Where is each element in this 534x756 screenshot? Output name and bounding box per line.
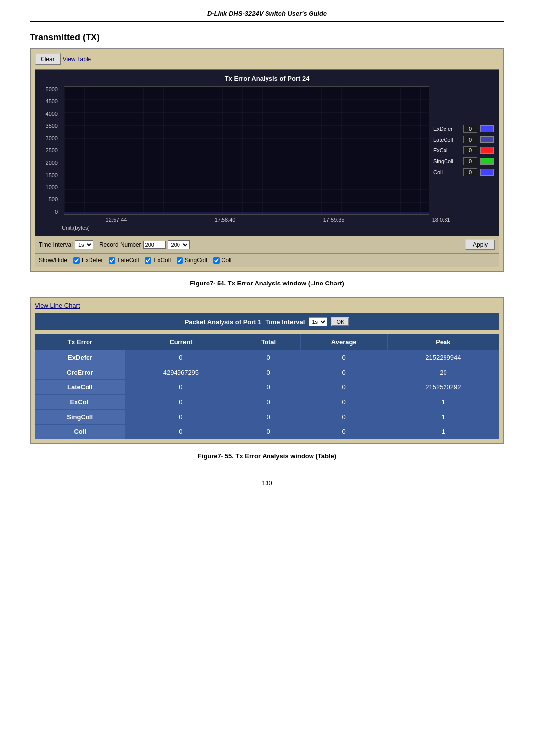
chart-toolbar: Clear View Table — [35, 53, 499, 65]
legend-exdefer: ExDefer 0 — [433, 125, 494, 133]
cell-label: CrcError — [35, 365, 125, 380]
cell-total: 0 — [237, 350, 300, 365]
cell-label: ExDefer — [35, 350, 125, 365]
cell-peak: 2152520292 — [387, 380, 499, 395]
packet-header-title: Packet Analysis of Port 1 — [185, 318, 262, 326]
time-interval-label: Time Interval — [39, 241, 73, 248]
show-hide-controls: Show/Hide ExDefer LateColl ExColl SingCo… — [35, 253, 499, 267]
table-row: ExDefer 0 0 0 2152299944 — [35, 350, 499, 365]
table-time-select[interactable]: 1s — [309, 317, 327, 326]
chart-title: Tx Error Analysis of Port 24 — [40, 75, 494, 82]
chart-body: 5000 4500 4000 3500 3000 2500 2000 1500 … — [40, 86, 494, 215]
chart-window: Clear View Table Tx Error Analysis of Po… — [30, 48, 504, 272]
cell-average: 0 — [300, 380, 387, 395]
table-row: SingColl 0 0 0 1 — [35, 410, 499, 425]
record-number-input[interactable] — [143, 241, 166, 249]
chart-unit: Unit:(bytes) — [40, 225, 494, 231]
chart-yaxis: 5000 4500 4000 3500 3000 2500 2000 1500 … — [40, 86, 60, 215]
singcoll-checkbox[interactable] — [177, 257, 183, 264]
latecoll-label: LateColl — [117, 257, 139, 264]
cell-average: 0 — [300, 395, 387, 410]
cell-current: 0 — [125, 425, 237, 439]
col-total: Total — [237, 334, 300, 350]
figure2-caption: Figure7- 55. Tx Error Analysis window (T… — [30, 452, 504, 460]
cell-current: 0 — [125, 410, 237, 425]
chart-plot — [64, 86, 429, 215]
packet-table-header: Packet Analysis of Port 1 Time Interval … — [35, 313, 499, 330]
coll-label: Coll — [222, 257, 232, 264]
data-table: Tx Error Current Total Average Peak ExDe… — [35, 334, 499, 439]
singcoll-checkbox-group: SingColl — [177, 257, 207, 264]
chart-svg — [64, 87, 429, 214]
singcoll-label: SingColl — [185, 257, 207, 264]
cell-current: 0 — [125, 350, 237, 365]
table-row: ExColl 0 0 0 1 — [35, 395, 499, 410]
cell-average: 0 — [300, 350, 387, 365]
exdefer-checkbox-group: ExDefer — [73, 257, 103, 264]
table-window: View Line Chart Packet Analysis of Port … — [30, 297, 504, 444]
latecoll-checkbox[interactable] — [109, 257, 115, 264]
apply-button[interactable]: Apply — [465, 239, 495, 250]
cell-average: 0 — [300, 410, 387, 425]
record-number-label: Record Number — [99, 241, 141, 248]
section-title: Transmitted (TX) — [30, 32, 504, 43]
show-hide-label: Show/Hide — [39, 257, 67, 264]
chart-area: Tx Error Analysis of Port 24 5000 4500 4… — [35, 69, 499, 236]
legend-coll: Coll 0 — [433, 168, 494, 176]
col-current: Current — [125, 334, 237, 350]
cell-total: 0 — [237, 395, 300, 410]
latecoll-checkbox-group: LateColl — [109, 257, 139, 264]
chart-legend: ExDefer 0 LateColl 0 ExColl 0 SingColl 0 — [433, 86, 494, 215]
time-interval-text: Time Interval — [265, 318, 305, 326]
cell-total: 0 — [237, 410, 300, 425]
table-row: CrcError 4294967295 0 0 20 — [35, 365, 499, 380]
excoll-checkbox[interactable] — [145, 257, 151, 264]
exdefer-checkbox[interactable] — [73, 257, 80, 264]
excoll-label: ExColl — [153, 257, 171, 264]
legend-excoll: ExColl 0 — [433, 146, 494, 154]
cell-total: 0 — [237, 365, 300, 380]
cell-label: SingColl — [35, 410, 125, 425]
ok-button[interactable]: OK — [331, 317, 349, 326]
clear-button[interactable]: Clear — [35, 53, 61, 65]
chart-controls: Time Interval 1s Record Number 200 Apply — [35, 236, 499, 253]
excoll-checkbox-group: ExColl — [145, 257, 171, 264]
cell-label: Coll — [35, 425, 125, 439]
figure1-caption: Figure7- 54. Tx Error Analysis window (L… — [30, 280, 504, 287]
cell-current: 4294967295 — [125, 365, 237, 380]
svg-rect-0 — [64, 87, 429, 214]
cell-peak: 20 — [387, 365, 499, 380]
cell-peak: 1 — [387, 395, 499, 410]
col-peak: Peak — [387, 334, 499, 350]
exdefer-label: ExDefer — [82, 257, 103, 264]
cell-total: 0 — [237, 425, 300, 439]
coll-checkbox-group: Coll — [213, 257, 232, 264]
cell-peak: 2152299944 — [387, 350, 499, 365]
time-interval-group: Time Interval 1s — [39, 240, 93, 249]
cell-current: 0 — [125, 395, 237, 410]
record-number-select[interactable]: 200 — [168, 240, 190, 249]
cell-total: 0 — [237, 380, 300, 395]
table-row: LateColl 0 0 0 2152520292 — [35, 380, 499, 395]
col-tx-error: Tx Error — [35, 334, 125, 350]
legend-singcoll: SingColl 0 — [433, 157, 494, 165]
page-number: 130 — [30, 479, 504, 487]
col-average: Average — [300, 334, 387, 350]
chart-xaxis: 12:57:44 17:58:40 17:59:35 18:0:31 — [40, 217, 494, 223]
cell-peak: 1 — [387, 425, 499, 439]
cell-average: 0 — [300, 365, 387, 380]
coll-checkbox[interactable] — [213, 257, 220, 264]
page-header: D-Link DHS-3224V Switch User's Guide — [30, 10, 504, 22]
record-number-group: Record Number 200 — [99, 240, 190, 249]
header-title: D-Link DHS-3224V Switch User's Guide — [207, 10, 327, 17]
time-interval-select[interactable]: 1s — [75, 240, 93, 249]
cell-average: 0 — [300, 425, 387, 439]
legend-latecoll: LateColl 0 — [433, 136, 494, 143]
view-line-chart-link[interactable]: View Line Chart — [35, 302, 80, 309]
cell-peak: 1 — [387, 410, 499, 425]
cell-label: LateColl — [35, 380, 125, 395]
cell-label: ExColl — [35, 395, 125, 410]
view-table-link[interactable]: View Table — [63, 53, 91, 65]
table-row: Coll 0 0 0 1 — [35, 425, 499, 439]
cell-current: 0 — [125, 380, 237, 395]
